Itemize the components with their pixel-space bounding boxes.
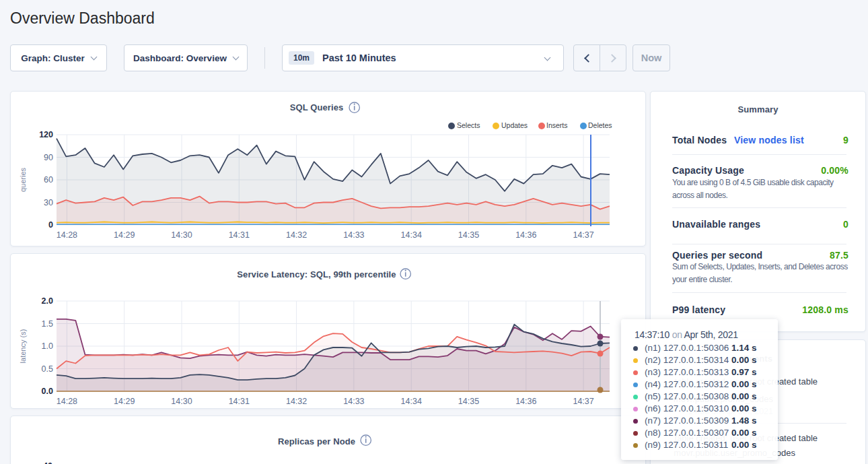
svg-text:14:31: 14:31 [229, 230, 250, 240]
svg-text:14:33: 14:33 [343, 230, 364, 240]
svg-text:14:37: 14:37 [573, 397, 593, 406]
svg-text:0.0: 0.0 [42, 387, 53, 396]
svg-text:14:35: 14:35 [458, 397, 479, 406]
svg-text:14:28: 14:28 [57, 230, 77, 240]
svg-text:14:33: 14:33 [343, 397, 364, 406]
svg-text:90: 90 [44, 153, 53, 162]
svg-text:30: 30 [44, 198, 53, 207]
svg-text:0.5: 0.5 [42, 364, 53, 374]
svg-text:2.0: 2.0 [42, 296, 53, 306]
svg-text:14:32: 14:32 [286, 230, 307, 240]
svg-text:14:30: 14:30 [171, 230, 192, 240]
svg-text:0: 0 [48, 220, 53, 230]
svg-text:14:34: 14:34 [401, 230, 422, 240]
svg-text:14:29: 14:29 [114, 397, 135, 406]
svg-text:14:35: 14:35 [458, 230, 479, 240]
svg-text:14:30: 14:30 [171, 397, 192, 406]
svg-text:14:37: 14:37 [573, 230, 593, 240]
svg-text:14:36: 14:36 [515, 230, 536, 240]
svg-text:1.0: 1.0 [42, 341, 53, 351]
svg-text:14:28: 14:28 [57, 397, 77, 406]
svg-text:14:32: 14:32 [286, 397, 307, 406]
svg-text:1.5: 1.5 [42, 319, 53, 329]
svg-text:queries: queries [19, 167, 27, 192]
svg-text:14:31: 14:31 [229, 397, 250, 406]
svg-text:latency (s): latency (s) [19, 329, 27, 364]
svg-text:14:34: 14:34 [401, 397, 422, 406]
svg-text:60: 60 [44, 175, 53, 185]
svg-text:120: 120 [39, 130, 53, 139]
svg-text:14:36: 14:36 [515, 397, 536, 406]
svg-text:14:29: 14:29 [114, 230, 135, 240]
